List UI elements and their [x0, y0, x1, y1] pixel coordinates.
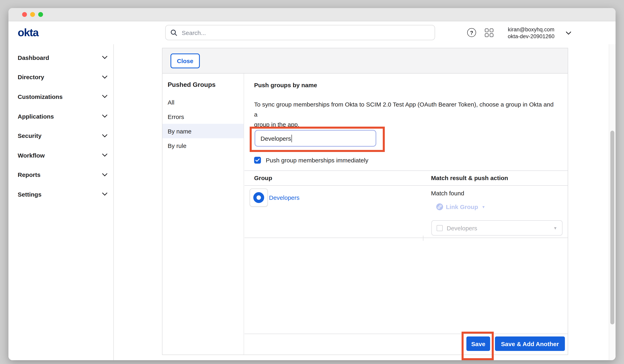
save-add-another-button[interactable]: Save & Add Another: [495, 337, 565, 351]
sidebar-item-customizations[interactable]: Customizations: [8, 87, 113, 106]
column-divider: [423, 235, 423, 241]
nav-item-by-name[interactable]: By name: [162, 124, 244, 138]
traffic-light-zoom-button[interactable]: [38, 12, 43, 17]
push-immediately-checkbox[interactable]: [254, 157, 261, 164]
chevron-down-icon: [102, 154, 107, 157]
chevron-down-icon[interactable]: [566, 31, 571, 35]
push-groups-dialog: Close Pushed Groups All Errors By name B…: [162, 48, 568, 355]
pushed-groups-nav: Pushed Groups All Errors By name By rule: [162, 74, 244, 355]
nav-item-by-rule[interactable]: By rule: [162, 138, 244, 153]
chevron-down-icon: [102, 193, 107, 196]
group-name-link[interactable]: Developers: [269, 194, 300, 201]
chevron-down-icon: [102, 76, 107, 79]
app-group-select-value: Developers: [447, 225, 477, 231]
panel-heading: Push groups by name: [254, 82, 317, 88]
table-row: Developers Match found Link Group: [244, 186, 568, 238]
match-status: Match found: [431, 190, 464, 197]
pushed-groups-title: Pushed Groups: [168, 81, 244, 88]
close-button[interactable]: Close: [170, 53, 200, 68]
link-group-dropdown[interactable]: Link Group ▼: [436, 203, 485, 210]
chevron-down-icon: [102, 95, 107, 98]
sidebar-item-dashboard[interactable]: Dashboard: [8, 48, 113, 67]
link-icon: [436, 203, 443, 210]
account-email: kiran@boxyhq.com: [500, 26, 563, 33]
account-menu[interactable]: kiran@boxyhq.com okta-dev-20901260: [500, 26, 563, 40]
check-icon: [255, 158, 260, 162]
screen: okta ? kiran@boxyhq.com okta-dev-2090126…: [0, 0, 624, 364]
app-group-select[interactable]: Developers ▼: [431, 220, 563, 235]
apps-grid-icon[interactable]: [485, 28, 493, 37]
row-divider: [244, 237, 568, 238]
panel-description: To sync group memberships from Okta to S…: [254, 99, 554, 130]
window-titlebar: [8, 8, 616, 21]
push-by-name-panel: Push groups by name To sync group member…: [244, 74, 568, 355]
chevron-down-icon: [102, 134, 107, 137]
text-caret: [291, 134, 292, 142]
sidebar-item-settings[interactable]: Settings: [8, 184, 113, 204]
nav-item-errors[interactable]: Errors: [162, 109, 244, 124]
push-immediately-label: Push group memberships immediately: [266, 157, 368, 164]
chevron-down-icon: [102, 173, 107, 177]
sidebar-item-security[interactable]: Security: [8, 126, 113, 146]
traffic-light-minimize-button[interactable]: [30, 12, 35, 17]
annotation-box-save: [462, 332, 494, 360]
sidebar-item-workflow[interactable]: Workflow: [8, 146, 113, 165]
app-header: okta ? kiran@boxyhq.com okta-dev-2090126…: [8, 21, 616, 45]
app-window: okta ? kiran@boxyhq.com okta-dev-2090126…: [8, 8, 616, 360]
chevron-down-icon: [102, 56, 107, 59]
link-group-label: Link Group: [446, 203, 478, 210]
sidebar-nav: Dashboard Directory Customizations Appli…: [8, 44, 114, 360]
search-input[interactable]: [181, 29, 435, 36]
push-immediately-row: Push group memberships immediately: [254, 157, 368, 164]
okta-logo: okta: [18, 26, 38, 39]
traffic-light-close-button[interactable]: [22, 12, 27, 17]
global-search[interactable]: [165, 25, 435, 40]
dropdown-arrow-icon: ▼: [482, 205, 485, 209]
nav-item-all[interactable]: All: [162, 95, 244, 109]
sidebar-item-applications[interactable]: Applications: [8, 106, 113, 126]
footer-divider: [244, 334, 568, 334]
scrollbar-track[interactable]: [609, 44, 616, 360]
account-org: okta-dev-20901260: [500, 33, 563, 40]
chevron-down-icon: [102, 115, 107, 118]
dialog-toolbar: Close: [162, 48, 568, 74]
group-donut-icon: [253, 192, 264, 203]
sidebar-item-reports[interactable]: Reports: [8, 165, 113, 184]
scrollbar-thumb[interactable]: [610, 131, 614, 324]
app-group-icon: [437, 225, 443, 231]
column-header-group: Group: [254, 175, 272, 181]
dropdown-arrow-icon: ▼: [553, 226, 557, 230]
group-avatar: [250, 188, 268, 207]
sidebar-item-directory[interactable]: Directory: [8, 67, 113, 87]
column-header-match: Match result & push action: [431, 175, 508, 181]
help-icon[interactable]: ?: [467, 28, 476, 37]
search-icon: [170, 29, 177, 36]
group-search-input[interactable]: Developers: [255, 130, 376, 147]
divider: [244, 170, 568, 171]
annotation-box-input: Developers: [250, 127, 385, 152]
